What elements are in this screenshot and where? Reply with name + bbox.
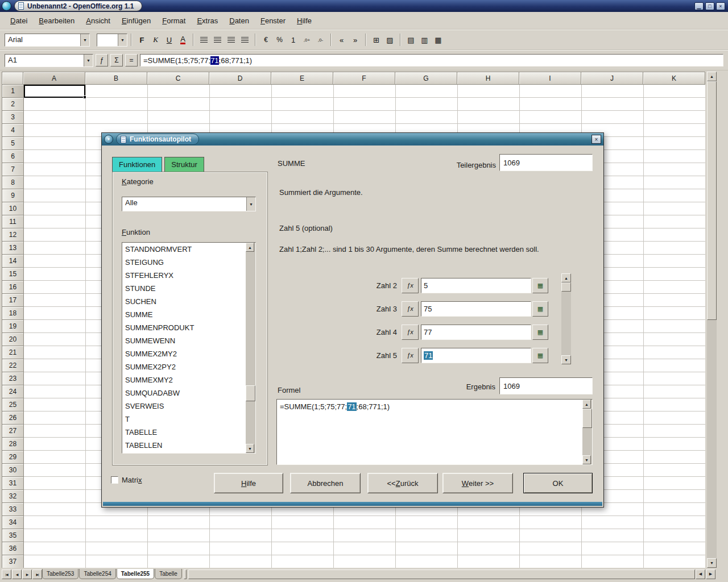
ok-button[interactable]: OK (523, 473, 593, 493)
delete-decimal-icon[interactable]: ,0- (314, 34, 327, 47)
function-list-item[interactable]: SUMMENPRODUKT (122, 321, 255, 334)
function-list-scrollbar-thumb[interactable] (246, 385, 255, 401)
dropdown-arrow-icon[interactable]: ▼ (84, 55, 93, 66)
row-header[interactable]: 4 (2, 124, 24, 137)
argument-input-zahl4[interactable]: 77 (421, 325, 531, 340)
column-header[interactable]: J (581, 72, 643, 85)
menu-item[interactable]: Datei (5, 14, 33, 28)
row-header[interactable]: 7 (2, 163, 24, 176)
row-header[interactable]: 34 (2, 516, 24, 529)
row-header[interactable]: 18 (2, 307, 24, 320)
function-list-item[interactable]: T (122, 413, 255, 426)
shrink-icon[interactable]: ▦ (532, 325, 548, 340)
window-menu-icon[interactable] (2, 1, 11, 11)
help-button[interactable]: Hilfe (214, 473, 283, 493)
tab-scrollbar-splitter[interactable] (184, 569, 187, 579)
formula-editor-scrollbar-thumb[interactable] (582, 409, 592, 428)
number-format-currency-icon[interactable]: € (259, 34, 272, 47)
column-header[interactable]: B (85, 72, 147, 85)
vertical-scrollbar[interactable]: ▲ ▼ (707, 72, 717, 568)
function-list-item[interactable]: TABELLE (122, 426, 255, 439)
font-size-combo[interactable]: ▼ (97, 34, 127, 47)
category-dropdown[interactable]: Alle ▼ (122, 197, 256, 211)
function-list-item[interactable]: SUMMEX2PY2 (122, 360, 255, 373)
minimize-icon[interactable]: ▁ (694, 2, 704, 10)
column-header[interactable]: G (395, 72, 457, 85)
cancel-button[interactable]: Abbrechen (290, 473, 361, 493)
row-header[interactable]: 6 (2, 150, 24, 163)
row-header[interactable]: 33 (2, 503, 24, 516)
row-header[interactable]: 25 (2, 398, 24, 411)
shrink-icon[interactable]: ▦ (532, 301, 548, 317)
row-header[interactable]: 28 (2, 438, 24, 451)
row-header[interactable]: 29 (2, 451, 24, 464)
fx-button[interactable]: ƒx (402, 278, 419, 293)
tab-funktionen[interactable]: Funktionen (112, 157, 162, 172)
row-header[interactable]: 19 (2, 320, 24, 333)
row-header[interactable]: 14 (2, 255, 24, 268)
row-header[interactable]: 36 (2, 542, 24, 555)
formula-input[interactable]: =SUMME(1;5;75;77;71;68;771;1) (140, 54, 723, 66)
scroll-left-icon[interactable]: ◀ (696, 569, 705, 579)
previous-sheet-button[interactable]: ◀ (12, 569, 22, 579)
function-list-item[interactable]: SUCHEN (122, 295, 255, 308)
function-list-item[interactable]: TABELLEN (122, 439, 255, 452)
decrease-indent-icon[interactable]: « (335, 34, 348, 47)
menu-item[interactable]: Bearbeiten (33, 14, 80, 28)
row-header[interactable]: 26 (2, 411, 24, 425)
argument-input-zahl3[interactable]: 75 (421, 301, 531, 317)
formula-editor-scrollbar[interactable]: ▲ ▼ (582, 400, 592, 464)
dialog-titlebar[interactable]: ▼ Funktionsautopilot × (102, 133, 603, 146)
row-header[interactable]: 20 (2, 333, 24, 346)
scroll-up-icon[interactable]: ▲ (582, 400, 591, 409)
row-header[interactable]: 3 (2, 111, 24, 124)
bold-icon[interactable]: F (135, 34, 148, 47)
column-header[interactable]: D (209, 72, 271, 85)
row-header[interactable]: 16 (2, 281, 24, 294)
horizontal-scrollbar-thumb[interactable] (188, 569, 695, 579)
function-list-item[interactable]: STEIGUNG (122, 256, 255, 269)
matrix-checkbox[interactable] (111, 476, 118, 484)
borders-icon[interactable]: ⊞ (370, 34, 383, 47)
argument-input-zahl2[interactable]: 5 (421, 278, 531, 293)
function-list[interactable]: STANDNORMVERTSTEIGUNGSTFEHLERYXSTUNDESUC… (122, 242, 256, 454)
function-list-item[interactable]: SUMMEWENN (122, 334, 255, 347)
column-header[interactable]: E (271, 72, 333, 85)
cell-reference-value[interactable]: A1 (5, 55, 84, 66)
scroll-up-icon[interactable]: ▲ (561, 273, 571, 282)
align-right-icon[interactable] (225, 34, 238, 47)
row-header[interactable]: 12 (2, 228, 24, 242)
align-center-icon[interactable] (211, 34, 224, 47)
first-sheet-button[interactable]: |◀ (2, 569, 11, 579)
menu-item[interactable]: Ansicht (80, 14, 116, 28)
scroll-down-icon[interactable]: ▼ (707, 558, 717, 568)
menu-item[interactable]: Daten (224, 14, 255, 28)
font-color-icon[interactable]: A (176, 34, 189, 47)
sheet-tab-tabelle253[interactable]: Tabelle253 (42, 569, 78, 579)
row-header[interactable]: 15 (2, 268, 24, 281)
increase-indent-icon[interactable]: » (349, 34, 362, 47)
cell-reference-box[interactable]: A1 ▼ (5, 54, 93, 67)
scroll-up-icon[interactable]: ▲ (707, 72, 717, 81)
column-header[interactable]: K (643, 72, 705, 85)
fx-button[interactable]: ƒx (402, 301, 419, 317)
dialog-close-icon[interactable]: × (592, 135, 601, 144)
row-header[interactable]: 13 (2, 242, 24, 255)
font-name-value[interactable]: Arial (5, 34, 80, 46)
menu-item[interactable]: Format (156, 14, 191, 28)
row-header[interactable]: 31 (2, 477, 24, 490)
scroll-down-icon[interactable]: ▼ (246, 444, 254, 453)
dropdown-arrow-icon[interactable]: ▼ (246, 197, 255, 211)
shrink-icon[interactable]: ▦ (532, 278, 548, 293)
maximize-icon[interactable]: □ (705, 2, 714, 10)
row-header[interactable]: 21 (2, 346, 24, 359)
menu-item[interactable]: Fenster (255, 14, 291, 28)
function-list-item[interactable]: SUMQUADABW (122, 386, 255, 400)
row-header[interactable]: 24 (2, 385, 24, 398)
column-header[interactable]: C (147, 72, 209, 85)
menu-item[interactable]: Einfügen (116, 14, 156, 28)
fx-button[interactable]: ƒx (402, 325, 419, 340)
scroll-up-icon[interactable]: ▲ (246, 243, 254, 252)
function-button[interactable]: = (125, 54, 138, 66)
sheet-tab-tabelle254[interactable]: Tabelle254 (79, 569, 115, 579)
